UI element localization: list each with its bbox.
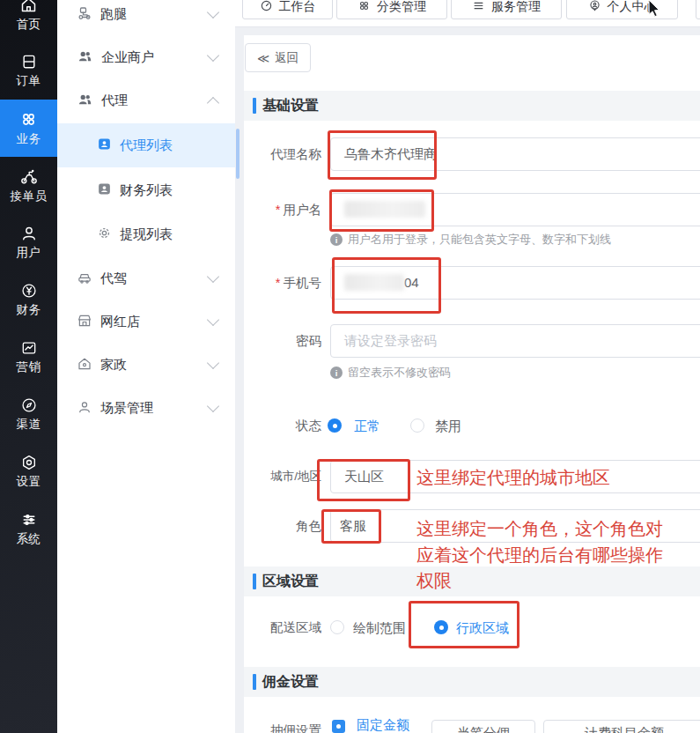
mouse-cursor [648,0,664,20]
password-hint: i留空表示不修改密码 [330,365,451,381]
password-input[interactable]: 请设定登录密码 [330,324,700,358]
annotation-city-text: 这里绑定代理的城市地区 [416,465,610,492]
back-button[interactable]: ≪ 返回 [245,43,311,72]
tab-service-management[interactable]: 服务管理 [451,0,562,19]
sidebar-item-label: 场景管理 [100,400,153,417]
chevron-down-icon [207,400,219,412]
chevron-down-icon [207,357,219,369]
city-value: 天山区 [344,469,384,484]
sidebar-item-label: 代驾 [100,270,127,287]
home-icon [19,0,38,14]
section-title: 基础设置 [262,91,319,121]
tab-partial[interactable] [696,0,700,19]
primary-rail: 首页 订单 业务 接单员 用户 财务 营销 渠道 [0,0,57,733]
tab-label: 工作台 [279,0,316,15]
channel-compass-icon [20,396,38,414]
phone-visible-suffix: 04 [404,275,419,290]
status-option-label[interactable]: 禁用 [435,418,461,435]
tab-label: 分类管理 [377,0,426,15]
rail-item-home[interactable]: 首页 [0,0,57,42]
rail-item-label: 首页 [17,17,41,33]
sidebar-item-enterprise-merchants[interactable]: 企业商户 [57,35,235,79]
commission-option-label[interactable]: 固定金额 [357,717,409,733]
rail-item-label: 系统 [17,531,41,547]
city-label: 城市/地区 [207,460,321,493]
status-radio-disabled[interactable] [410,418,424,433]
info-icon: i [330,366,343,379]
section-basic-settings: 基础设置 [244,91,700,121]
rail-item-settings[interactable]: 设置 [0,443,57,500]
rail-item-label: 订单 [17,73,41,89]
status-option-label[interactable]: 正常 [354,418,380,435]
delivery-option-label[interactable]: 绘制范围 [353,620,406,637]
rail-item-finance[interactable]: 财务 [0,271,57,329]
agent-name-label: 代理名称 [207,137,321,171]
sidebar-item-errand[interactable]: 跑腿 [57,0,235,36]
business-grid-icon [19,110,38,129]
rail-item-channels[interactable]: 渠道 [0,386,57,443]
role-value: 客服 [340,518,366,533]
tab-category-management[interactable]: 分类管理 [336,0,447,19]
delivery-radio-draw-range[interactable] [330,620,344,634]
order-icon [20,53,38,70]
car-icon [77,270,92,288]
sidebar-item-label: 跑腿 [100,6,127,23]
sidebar-item-agents[interactable]: 代理 [57,78,235,122]
required-mark: * [276,203,281,217]
phone-input[interactable]: 04 [330,266,700,300]
required-mark: * [276,276,281,290]
rail-item-orders[interactable]: 订单 [0,42,57,100]
agent-name-input[interactable]: 乌鲁木齐代理商 [330,137,700,171]
id-card-icon [97,181,112,199]
commission-selected-icon[interactable] [332,720,345,733]
delivery-option-label[interactable]: 行政区域 [456,620,509,637]
section-title: 区域设置 [262,566,319,596]
scooter-icon [77,5,92,24]
rail-item-users[interactable]: 用户 [0,214,57,271]
gear-icon [97,226,112,243]
rail-item-label: 业务 [17,131,41,147]
username-label: *用户名 [207,193,321,226]
section-commission-settings: 佣金设置 [244,667,700,697]
rail-item-system[interactable]: 系统 [0,500,57,558]
password-label: 密码 [207,324,321,358]
shop-icon [77,313,92,331]
delivery-radio-admin-region[interactable] [434,620,448,634]
sidebar-item-label: 财务列表 [120,182,173,199]
section-accent-bar [253,674,256,690]
id-card-icon [97,137,112,154]
person-pin-icon [588,0,601,15]
commission-mode-label: 抽佣设置 [207,716,321,733]
status-label: 状态 [207,411,321,440]
status-radio-normal[interactable] [328,418,342,433]
rail-item-couriers[interactable]: 接单员 [0,157,57,214]
rail-item-label: 营销 [17,359,41,375]
back-icon: ≪ [257,51,269,65]
commission-option-billing-subject[interactable]: 计费科目金额 [543,720,700,733]
commission-option-per-order[interactable]: 当笔分佣 [431,720,535,733]
grid-icon [357,0,371,15]
people-icon [77,48,93,67]
agent-edit-page: 首页 订单 业务 接单员 用户 财务 营销 渠道 [0,0,700,733]
list-icon [472,0,485,15]
username-hint: i用户名用于登录，只能包含英文字母、数字和下划线 [330,232,611,248]
tab-label: 服务管理 [491,0,541,15]
annotation-role-text: 这里绑定一个角色，这个角色对应着这个代理的后台有哪些操作权限 [416,516,679,595]
section-accent-bar [253,98,256,114]
redacted-value-blob [344,201,425,218]
rail-item-business[interactable]: 业务 [0,100,57,157]
phone-label: *手机号 [207,266,321,300]
rail-item-marketing[interactable]: 营销 [0,329,57,386]
tab-workbench[interactable]: 工作台 [242,0,333,19]
sidebar-item-label: 代理 [101,93,128,109]
rail-item-label: 设置 [17,474,41,490]
rail-item-label: 渠道 [17,417,41,433]
chevron-down-icon [207,49,219,62]
rider-icon [19,167,39,186]
marketing-chart-icon [20,339,38,357]
section-accent-bar [253,574,256,589]
commission-option-label: 计费科目金额 [585,725,664,733]
username-input[interactable] [330,193,700,226]
dashboard-icon [260,0,273,15]
sidebar-item-label: 网红店 [100,314,140,330]
